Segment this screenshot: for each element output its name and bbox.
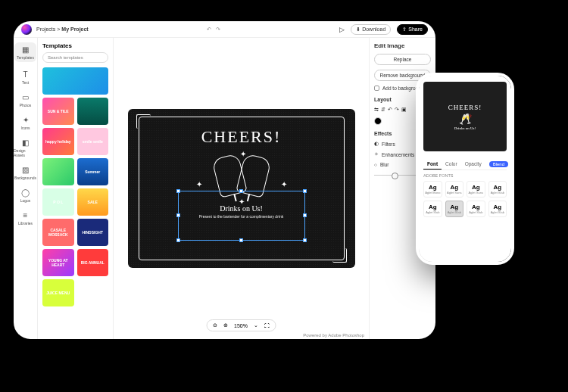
download-button[interactable]: ⬇ Download (351, 24, 391, 35)
crop-icon[interactable]: ▣ (401, 107, 407, 113)
font-cell[interactable]: AgAglet Slab (488, 181, 507, 198)
top-bar: Projects > My Project ↶ ↷ ▷ ⬇ Download ⇧… (14, 21, 435, 38)
font-cell[interactable]: AgAglet Slab (445, 201, 464, 217)
rotate-right-icon[interactable]: ↷ (395, 107, 399, 113)
rail-libraries[interactable]: ≡Libraries (18, 210, 33, 226)
text-icon: T (21, 70, 30, 79)
font-cell[interactable]: AgAglet Sans (467, 181, 485, 198)
photos-icon: ▭ (20, 92, 30, 101)
breadcrumb-root[interactable]: Projects (36, 26, 55, 32)
templates-panel: Templates Search templates SUN & TILEhap… (38, 38, 114, 339)
icons-icon: ✦ (21, 115, 30, 124)
rail-icons[interactable]: ✦Icons (21, 115, 30, 130)
logos-icon: ◯ (21, 188, 30, 197)
template-thumb[interactable]: Summer (77, 158, 109, 185)
enhance-icon: ✧ (374, 151, 379, 157)
share-label: Share (408, 26, 423, 32)
font-grid: AgAglet MonoAgAglet SansAgAglet SansAgAg… (423, 181, 507, 217)
filters-icon: ◐ (374, 141, 379, 147)
app-logo-icon (21, 24, 32, 35)
zoom-in-icon[interactable]: ⊕ (223, 322, 228, 328)
edit-panel-title: Edit Image (374, 42, 431, 49)
chevron-down-icon[interactable]: ⌄ (254, 322, 258, 328)
fit-icon[interactable]: ⛶ (264, 323, 270, 328)
checkbox-icon (374, 86, 379, 91)
download-icon: ⬇ (356, 26, 360, 33)
download-label: Download (362, 26, 385, 32)
phone-glasses-icon: 🥂 (459, 113, 472, 125)
tab-opacity[interactable]: Opacity (461, 159, 485, 170)
rail-backgrounds[interactable]: ▨Backgrounds (14, 165, 36, 180)
selection-box[interactable] (178, 191, 305, 241)
font-cell[interactable]: AgAglet Sans (445, 181, 464, 198)
zoom-out-icon[interactable]: ⊖ (213, 322, 217, 328)
tab-font[interactable]: Font (423, 159, 442, 170)
left-rail: ▦Templates TText ▭Photos ✦Icons ◧Design … (14, 38, 38, 339)
backgrounds-icon: ▨ (21, 165, 30, 174)
rail-photos[interactable]: ▭Photos (20, 92, 32, 107)
canvas-area[interactable]: CHEERS! ✦ ✦ ✦ ✦ Drinks on Us! Present to… (114, 38, 369, 339)
templates-icon: ▦ (20, 45, 30, 54)
play-icon[interactable]: ▷ (339, 26, 345, 33)
template-thumb[interactable]: BIG ANNUAL (77, 249, 109, 276)
flip-v-icon[interactable]: ⇵ (381, 107, 385, 113)
powered-by: Powered by Adobe Photoshop (303, 333, 364, 338)
phone-tabs: Font Color Opacity Blend Effects (423, 159, 507, 170)
undo-icon[interactable]: ↶ (207, 26, 211, 33)
template-grid: SUN & TILEhappy holidaysmile smileSummer… (42, 67, 108, 306)
tab-blend[interactable]: Blend (485, 159, 511, 170)
rail-logos[interactable]: ◯Logos (20, 188, 31, 203)
artwork[interactable]: CHEERS! ✦ ✦ ✦ ✦ Drinks on Us! Present to… (128, 109, 355, 268)
rail-text[interactable]: TText (21, 70, 30, 85)
template-thumb[interactable] (42, 158, 74, 185)
template-thumb[interactable]: P O L (42, 188, 74, 216)
assets-icon: ◧ (21, 138, 30, 147)
tab-color[interactable]: Color (442, 159, 461, 170)
template-thumb[interactable]: YOUNG AT HEART (42, 249, 74, 276)
template-thumb[interactable]: SALE (77, 188, 109, 216)
template-thumb[interactable]: JUICE MENU (42, 279, 74, 306)
template-thumb[interactable]: HINDSIGHT (77, 219, 109, 246)
phone-device: CHEERS! 🥂 Drinks on Us! Font Color Opaci… (419, 76, 511, 262)
template-thumb[interactable]: SUN & TILE (42, 98, 74, 125)
replace-button[interactable]: Replace (374, 54, 431, 65)
font-cell[interactable]: AgAglet Slab (488, 201, 507, 217)
template-thumb[interactable] (42, 67, 108, 95)
template-thumb[interactable]: smile smile (77, 128, 109, 155)
libraries-icon: ≡ (21, 210, 30, 219)
rail-templates[interactable]: ▦Templates (14, 42, 36, 62)
font-cell[interactable]: AgAglet Mono (423, 181, 442, 198)
color-swatch[interactable] (374, 117, 382, 125)
font-cell[interactable]: AgAglet Slab (423, 201, 442, 217)
rotate-left-icon[interactable]: ↶ (388, 107, 392, 113)
template-thumb[interactable] (77, 98, 109, 125)
phone-art-title: CHEERS! (448, 104, 482, 111)
font-cell[interactable]: AgAglet Slab (467, 201, 485, 217)
phone-artwork[interactable]: CHEERS! 🥂 Drinks on Us! (423, 82, 507, 151)
blur-icon: ○ (374, 162, 377, 167)
panel-title: Templates (42, 42, 108, 49)
redo-icon[interactable]: ↷ (216, 26, 220, 33)
phone-art-sub: Drinks on Us! (454, 126, 476, 130)
zoom-toolbar: ⊖ ⊕ 150% ⌄ ⛶ (206, 319, 276, 331)
fonts-section-label: ADOBE FONTS (423, 173, 507, 178)
tablet-device: Projects > My Project ↶ ↷ ▷ ⬇ Download ⇧… (14, 21, 435, 339)
share-button[interactable]: ⇧ Share (397, 24, 428, 35)
template-thumb[interactable]: happy holiday (42, 128, 74, 155)
rail-assets[interactable]: ◧Design Assets (14, 138, 37, 157)
search-input[interactable]: Search templates (42, 52, 108, 63)
flip-h-icon[interactable]: ⇋ (374, 107, 379, 113)
template-thumb[interactable]: CASALE MOSSACK (42, 219, 74, 246)
share-icon: ⇧ (402, 26, 407, 33)
zoom-level[interactable]: 150% (234, 323, 248, 328)
breadcrumb-current[interactable]: My Project (61, 26, 88, 32)
breadcrumb[interactable]: Projects > My Project (36, 26, 89, 32)
